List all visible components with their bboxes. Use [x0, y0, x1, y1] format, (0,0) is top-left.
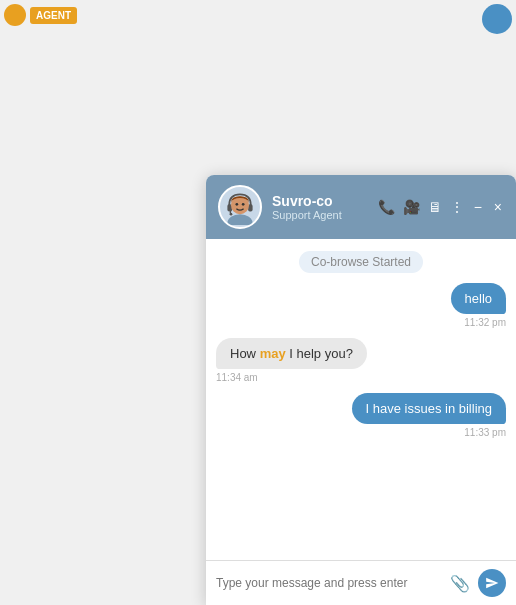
agent-avatar [218, 185, 262, 229]
agent-status: Support Agent [272, 209, 368, 221]
message-out-billing: I have issues in billing 11:33 pm [352, 393, 506, 438]
bubble: hello [451, 283, 506, 314]
chat-input-area: 📎 [206, 560, 516, 605]
message-out-hello: hello 11:32 pm [451, 283, 506, 328]
svg-point-6 [242, 203, 245, 206]
message-in-help: How may I help you? 11:34 am [216, 338, 367, 383]
svg-point-3 [230, 213, 233, 216]
chat-messages: Co-browse Started hello 11:32 pm How may… [206, 239, 516, 560]
close-button[interactable]: × [492, 199, 504, 215]
agent-label: AGENT [30, 7, 77, 24]
phone-icon[interactable]: 📞 [378, 199, 395, 215]
agent-dot [4, 4, 26, 26]
send-icon [485, 576, 499, 590]
attach-icon[interactable]: 📎 [450, 574, 470, 593]
minimize-button[interactable]: − [472, 199, 484, 215]
svg-point-5 [236, 203, 239, 206]
chat-widget: Suvro-co Support Agent 📞 🎥 🖥 ⋮ − × Co-br… [206, 175, 516, 605]
user-avatar [482, 4, 512, 34]
agent-info: Suvro-co Support Agent [272, 193, 368, 221]
message-input[interactable] [216, 576, 442, 590]
bubble: How may I help you? [216, 338, 367, 369]
send-button[interactable] [478, 569, 506, 597]
screen-icon[interactable]: 🖥 [428, 199, 442, 215]
message-time: 11:33 pm [464, 427, 506, 438]
more-icon[interactable]: ⋮ [450, 199, 464, 215]
message-time: 11:32 pm [464, 317, 506, 328]
chat-header: Suvro-co Support Agent 📞 🎥 🖥 ⋮ − × [206, 175, 516, 239]
highlight-may: may [260, 346, 286, 361]
agent-badge: AGENT [4, 4, 77, 26]
header-actions: 📞 🎥 🖥 ⋮ − × [378, 199, 504, 215]
system-message: Co-browse Started [299, 251, 423, 273]
agent-name: Suvro-co [272, 193, 368, 209]
message-time: 11:34 am [216, 372, 258, 383]
svg-point-0 [227, 214, 252, 225]
bubble: I have issues in billing [352, 393, 506, 424]
video-icon[interactable]: 🎥 [403, 199, 420, 215]
